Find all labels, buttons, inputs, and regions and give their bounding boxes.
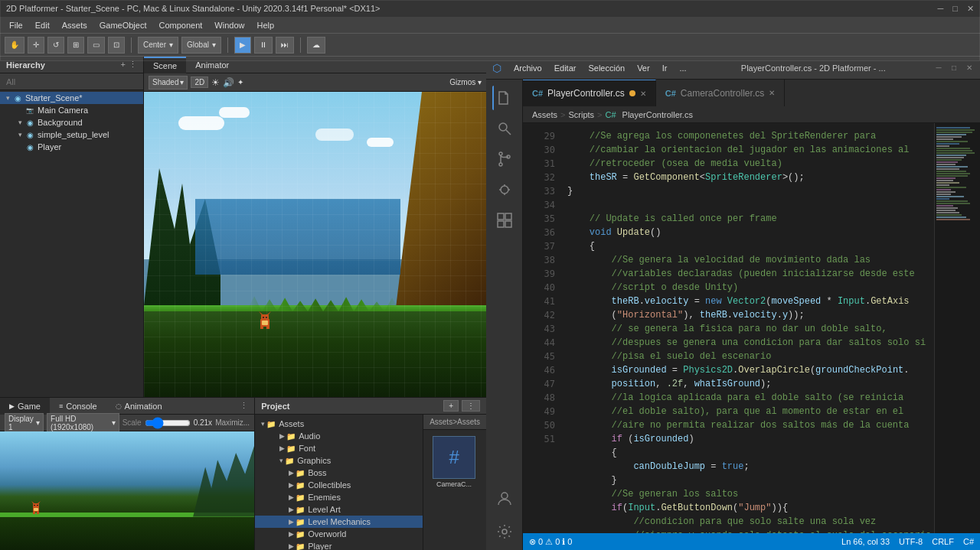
project-tree: ▾ 📁 Assets ▶ 📁 Audio ▶ (255, 415, 423, 550)
tab-scene[interactable]: Scene (144, 57, 186, 73)
pivot-label: Center (143, 41, 166, 49)
move-tool[interactable]: ✛ (28, 37, 44, 54)
project-more-btn[interactable]: ⋮ (462, 400, 480, 412)
scale-slider[interactable] (145, 418, 191, 428)
assets-root[interactable]: ▾ 📁 Assets (255, 418, 423, 430)
transform-tool[interactable]: ⊡ (108, 37, 125, 54)
code-line-39b: position, .2f, whatIsGround); (567, 377, 934, 391)
player-icon: ◉ (24, 142, 35, 152)
tab-animator[interactable]: Animator (186, 57, 238, 73)
menu-help[interactable]: Help (250, 19, 280, 31)
tab-player-controller[interactable]: C# PlayerController.cs ✕ (523, 80, 656, 106)
pivot-dropdown[interactable]: Center ▾ (138, 37, 178, 54)
vscode-menu-ver[interactable]: Ver (631, 63, 656, 73)
play-button[interactable]: ▶ (234, 37, 251, 54)
tab-camera-controller[interactable]: C# CameraController.cs ✕ (656, 80, 785, 106)
folder-player[interactable]: ▶ 📁 Player (255, 540, 423, 550)
hierarchy-item-player[interactable]: ◉ Player (0, 141, 143, 153)
menu-component[interactable]: Component (152, 19, 208, 31)
hand-tool[interactable]: ✋ (5, 37, 24, 54)
tab-animation[interactable]: ◌ Animation (106, 398, 172, 415)
vscode-status-bar: ⊗ 0 ⚠ 0 ℹ 0 Ln 66, col 33 UTF-8 (523, 533, 980, 550)
status-language[interactable]: C# (963, 537, 974, 546)
global-dropdown[interactable]: Global ▾ (181, 37, 221, 54)
activity-extensions[interactable] (492, 208, 517, 233)
project-add-btn[interactable]: + (443, 400, 459, 412)
status-position[interactable]: Ln 66, col 33 (841, 537, 890, 546)
maximize-btn[interactable]: □ (952, 4, 958, 14)
vscode-menu-archivo[interactable]: Archivo (508, 63, 548, 73)
vscode-menu-seleccion[interactable]: Selección (582, 63, 631, 73)
vscode-maximize[interactable]: □ (949, 63, 959, 73)
cs-icon-1: C# (532, 89, 543, 98)
vscode-menu-more[interactable]: ... (673, 63, 692, 73)
tab-close-1[interactable]: ✕ (640, 89, 646, 98)
activity-explorer[interactable] (492, 86, 517, 110)
folder-levelmechanics[interactable]: ▶ 📁 Level Mechanics (255, 516, 423, 528)
activity-search[interactable] (492, 116, 517, 141)
hierarchy-search[interactable] (0, 73, 143, 90)
menu-gameobject[interactable]: GameObject (93, 19, 153, 31)
code-line-40b: //el doble salto), para que al momento d… (567, 405, 934, 418)
folder-font[interactable]: ▶ 📁 Font (255, 442, 423, 454)
tab-console[interactable]: ≡ Console (50, 398, 106, 415)
language-label: C# (963, 537, 974, 546)
status-eol[interactable]: CRLF (932, 537, 954, 546)
scene-light-btn[interactable]: ☀ (211, 77, 220, 88)
scene-view[interactable] (144, 92, 486, 397)
tab-more-btn[interactable]: ⋮ (234, 401, 254, 411)
folder-audio[interactable]: ▶ 📁 Audio (255, 430, 423, 442)
folder-boss[interactable]: ▶ 📁 Boss (255, 467, 423, 479)
tab-game[interactable]: ▶ Game (0, 398, 50, 415)
menu-file[interactable]: File (3, 19, 29, 31)
status-errors[interactable]: ⊗ 0 ⚠ 0 ℹ 0 (529, 537, 572, 547)
scale-tool[interactable]: ⊞ (67, 37, 84, 54)
hierarchy-root[interactable]: ▾ ◉ Starter_Scene* (0, 92, 143, 104)
activity-scm[interactable] (492, 147, 517, 171)
vscode-menu-editar[interactable]: Editar (548, 63, 583, 73)
hierarchy-item-background[interactable]: ▾ ◉ Background (0, 116, 143, 129)
scene-gizmos-btn[interactable]: Gizmos ▾ (449, 78, 482, 86)
scene-audio-btn[interactable]: 🔊 (223, 77, 234, 88)
menu-window[interactable]: Window (208, 19, 250, 31)
asset-camerac[interactable]: # CameraC... (430, 436, 479, 488)
rotate-tool[interactable]: ↺ (47, 37, 64, 54)
folder-graphics[interactable]: ▾ 📁 Graphics (255, 454, 423, 467)
folder-overworld[interactable]: ▶ 📁 Overworld (255, 528, 423, 540)
minimize-btn[interactable]: ─ (938, 4, 944, 14)
vscode-menu-ir[interactable]: Ir (656, 63, 674, 73)
step-button[interactable]: ⏭ (276, 37, 294, 54)
shaded-dropdown[interactable]: Shaded ▾ (149, 76, 188, 89)
menu-edit[interactable]: Edit (29, 19, 56, 31)
hierarchy-item-camera[interactable]: 📷 Main Camera (0, 104, 143, 116)
tab-close-2[interactable]: ✕ (769, 89, 775, 97)
maximize-label[interactable]: Maximiz... (215, 418, 250, 427)
vscode-close[interactable]: ✕ (965, 63, 974, 73)
pause-button[interactable]: ⏸ (254, 37, 273, 54)
levelmechanics-folder-icon: 📁 (296, 518, 305, 526)
enemies-arrow: ▶ (289, 493, 294, 501)
scene-2d-btn[interactable]: 2D (191, 76, 208, 88)
hierarchy-more-btn[interactable]: ⋮ (129, 60, 137, 70)
bc-assets[interactable]: Assets (532, 110, 557, 119)
status-encoding[interactable]: UTF-8 (899, 537, 923, 546)
collab-button[interactable]: ☁ (307, 37, 325, 54)
folder-levelart[interactable]: ▶ 📁 Level Art (255, 503, 423, 516)
hierarchy-item-level[interactable]: ▾ ◉ simple_setup_level (0, 129, 143, 141)
scene-fx-btn[interactable]: ✦ (237, 78, 243, 86)
display-dropdown[interactable]: Display 1 ▾ (5, 413, 44, 433)
hierarchy-add-btn[interactable]: + (121, 60, 126, 70)
activity-settings[interactable] (492, 519, 517, 544)
vscode-minimize[interactable]: ─ (934, 63, 943, 73)
activity-accounts[interactable] (492, 486, 517, 510)
animation-label: Animation (125, 402, 162, 411)
folder-enemies[interactable]: ▶ 📁 Enemies (255, 491, 423, 503)
activity-debug[interactable] (492, 177, 517, 202)
resolution-dropdown[interactable]: Full HD (1920x1080) ▾ (47, 413, 119, 433)
code-content[interactable]: //Se agrega los componenetes del SpriteR… (561, 123, 934, 533)
bc-scripts[interactable]: Scripts (568, 110, 594, 119)
folder-collectibles[interactable]: ▶ 📁 Collectibles (255, 479, 423, 491)
rect-tool[interactable]: ▭ (87, 37, 105, 54)
close-btn[interactable]: ✕ (967, 4, 974, 14)
menu-assets[interactable]: Assets (56, 19, 93, 31)
